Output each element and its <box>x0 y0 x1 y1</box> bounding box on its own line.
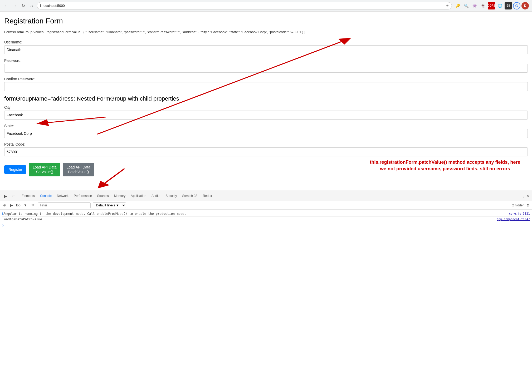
browser-extension-icons: 🔑 🔍 👾 👻 CORS 🌐 ES G D <box>454 2 529 9</box>
devtools-panel: ▶ ▭ Elements Console Network Performance… <box>0 191 532 236</box>
devtools-more-button[interactable]: ⋮ <box>522 194 526 198</box>
city-input[interactable] <box>4 111 528 120</box>
tab-audits[interactable]: Audits <box>149 192 163 200</box>
user-avatar[interactable]: D <box>521 2 529 9</box>
devtools-icon-buttons: ▶ ▭ <box>2 193 17 200</box>
set-value-button[interactable]: Load API DataSetValue() <box>29 163 60 176</box>
browser-chrome: ← → ↻ ⌂ ℹ localhost:5000 ★ 🔑 🔍 👾 👻 CORS … <box>0 0 532 12</box>
console-filter-toggle[interactable]: ▶ <box>9 203 14 208</box>
devtools-console-output: ℹ Angular is running in the development … <box>0 210 532 236</box>
url-display: localhost:5000 <box>43 4 444 8</box>
tab-redux[interactable]: Redux <box>200 192 215 200</box>
ext-ghost-icon[interactable]: 👻 <box>479 2 487 9</box>
console-context-dropdown[interactable]: ▼ <box>23 203 28 208</box>
console-line-1-source[interactable]: core.js:3121 <box>509 212 530 215</box>
password-input[interactable] <box>4 64 528 73</box>
tab-performance[interactable]: Performance <box>71 192 95 200</box>
ext-cors-icon[interactable]: CORS <box>488 2 495 9</box>
devtools-console-toolbar: ⊘ ▶ top ▼ 👁 Default levels ▼ 2 hidden ⚙ <box>0 201 532 210</box>
ext-key-icon[interactable]: 🔑 <box>454 2 461 9</box>
console-line-2: loadApiDataPatchValue app.component.ts:4… <box>2 217 530 222</box>
username-input[interactable] <box>4 45 528 54</box>
postalcode-input[interactable] <box>4 147 528 156</box>
secure-icon: ℹ <box>40 4 41 8</box>
tab-elements[interactable]: Elements <box>19 192 37 200</box>
console-line-1: ℹ Angular is running in the development … <box>2 211 530 217</box>
tab-network[interactable]: Network <box>54 192 71 200</box>
back-button[interactable]: ← <box>3 3 9 9</box>
reload-button[interactable]: ↻ <box>20 3 26 9</box>
devtools-right-controls: ⋮ ✕ <box>522 194 530 198</box>
username-label: Username: <box>4 40 528 44</box>
devtools-close-button[interactable]: ✕ <box>527 194 530 198</box>
console-context-label: top <box>16 204 21 207</box>
state-input[interactable] <box>4 129 528 138</box>
home-button[interactable]: ⌂ <box>28 3 35 9</box>
devtools-inspect-button[interactable]: ▶ <box>2 193 9 200</box>
state-label: State: <box>4 124 528 128</box>
ext-bug-icon[interactable]: 👾 <box>471 2 478 9</box>
tab-scratchjs[interactable]: Scratch JS <box>180 192 200 200</box>
console-filter-input[interactable] <box>38 202 91 208</box>
postalcode-label: Postal Code: <box>4 142 528 146</box>
confirm-password-label: Confirm Password: <box>4 77 528 81</box>
console-hidden-count: 2 hidden <box>512 204 524 207</box>
form-values-display: Forms/FormGroup Values : registrationFor… <box>4 29 528 35</box>
ext-search-icon[interactable]: 🔍 <box>462 2 470 9</box>
bookmark-icon: ★ <box>446 4 449 8</box>
page-content: Registration Form Forms/FormGroup Values… <box>0 12 532 191</box>
console-line-2-source[interactable]: app.component.ts:47 <box>497 217 530 221</box>
tab-application[interactable]: Application <box>128 192 149 200</box>
console-prompt[interactable]: > <box>2 222 530 229</box>
devtools-device-button[interactable]: ▭ <box>10 193 17 200</box>
nested-section-heading: formGroupName="address: Nested FormGroup… <box>4 95 528 102</box>
devtools-tabs-bar: ▶ ▭ Elements Console Network Performance… <box>0 191 532 201</box>
tab-security[interactable]: Security <box>163 192 179 200</box>
console-line-1-text: Angular is running in the development mo… <box>3 212 504 216</box>
tab-sources[interactable]: Sources <box>95 192 111 200</box>
console-eye-button[interactable]: 👁 <box>30 203 36 208</box>
tab-console[interactable]: Console <box>37 192 54 200</box>
console-clear-button[interactable]: ⊘ <box>2 203 7 208</box>
console-settings-button[interactable]: ⚙ <box>526 203 530 207</box>
tab-memory[interactable]: Memory <box>111 192 128 200</box>
ext-es-icon[interactable]: ES <box>505 2 512 9</box>
console-line-2-text: loadApiDataPatchValue <box>2 217 491 221</box>
ext-g-icon[interactable]: G <box>513 2 520 9</box>
address-bar[interactable]: ℹ localhost:5000 ★ <box>37 2 452 9</box>
confirm-password-input[interactable] <box>4 82 528 91</box>
page-title: Registration Form <box>4 17 528 25</box>
forward-button[interactable]: → <box>12 3 18 9</box>
password-label: Password: <box>4 58 528 63</box>
console-levels-select[interactable]: Default levels ▼ <box>93 202 126 208</box>
ext-globe-icon[interactable]: 🌐 <box>496 2 504 9</box>
city-label: City: <box>4 105 528 110</box>
patch-value-button[interactable]: Load API DataPatchValue() <box>63 163 94 176</box>
register-button[interactable]: Register <box>4 165 26 174</box>
annotation-text: this.registrationForm.patchValue() metho… <box>366 159 524 172</box>
